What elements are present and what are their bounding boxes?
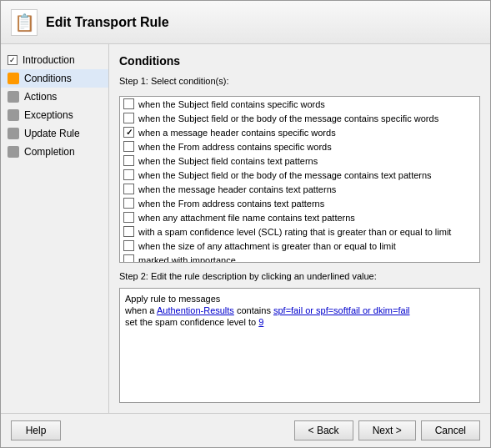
sidebar-item-introduction[interactable]: ✓Introduction [1, 51, 108, 69]
rule-line-1: Apply rule to messages [125, 294, 474, 304]
checkbox-c10[interactable] [123, 226, 134, 237]
sidebar-icon-conditions [8, 73, 19, 84]
app-icon [11, 9, 38, 36]
checkbox-c6[interactable] [123, 169, 134, 180]
checkbox-c2[interactable] [123, 113, 134, 123]
conditions-list[interactable]: when the Subject field contains specific… [119, 96, 480, 263]
checkbox-c12[interactable] [123, 254, 134, 263]
back-button[interactable]: < Back [294, 420, 353, 440]
checkbox-c3[interactable] [123, 127, 134, 138]
condition-item-c7[interactable]: when the message header contains text pa… [120, 182, 479, 196]
condition-label-c12: marked with importance [138, 255, 236, 264]
sidebar-label-update-rule: Update Rule [24, 128, 80, 139]
condition-label-c2: when the Subject field or the body of th… [138, 113, 438, 123]
condition-item-c1[interactable]: when the Subject field contains specific… [120, 97, 479, 111]
sidebar-label-exceptions: Exceptions [24, 109, 73, 121]
condition-item-c10[interactable]: with a spam confidence level (SCL) ratin… [120, 224, 479, 239]
checkbox-c4[interactable] [123, 141, 134, 152]
help-button[interactable]: Help [11, 420, 61, 440]
rule-line-2: when a Authention-Results contains spf=f… [125, 305, 474, 315]
condition-label-c8: when the From address contains text patt… [138, 199, 324, 209]
sidebar: ✓IntroductionConditionsActionsExceptions… [1, 44, 109, 413]
condition-item-c11[interactable]: when the size of any attachment is great… [120, 239, 479, 253]
checkbox-c8[interactable] [123, 198, 134, 209]
rule-description-box: Apply rule to messages when a Authention… [119, 288, 480, 403]
sidebar-item-update-rule[interactable]: Update Rule [1, 124, 108, 143]
checkbox-c7[interactable] [123, 184, 134, 194]
sidebar-label-conditions: Conditions [24, 73, 72, 84]
content-area: ✓IntroductionConditionsActionsExceptions… [1, 44, 490, 413]
checkbox-c5[interactable] [123, 155, 134, 166]
title-bar: Edit Transport Rule [1, 1, 490, 44]
step2-label: Step 2: Edit the rule description by cli… [119, 271, 480, 281]
condition-item-c3[interactable]: when a message header contains specific … [120, 125, 479, 139]
sidebar-item-completion[interactable]: Completion [1, 143, 108, 161]
condition-item-c4[interactable]: when the From address contains specific … [120, 139, 479, 154]
sidebar-icon-completion [8, 146, 19, 158]
condition-label-c3: when a message header contains specific … [138, 128, 336, 138]
sidebar-icon-actions [8, 91, 19, 103]
spf-condition-link[interactable]: spf=fail or spf=softfail or dkim=fail [273, 305, 410, 315]
next-button[interactable]: Next > [358, 420, 416, 440]
condition-label-c9: when any attachment file name contains t… [138, 213, 355, 223]
condition-label-c11: when the size of any attachment is great… [138, 241, 396, 251]
condition-item-c2[interactable]: when the Subject field or the body of th… [120, 111, 479, 125]
checkbox-c9[interactable] [123, 212, 134, 223]
sidebar-icon-introduction: ✓ [8, 55, 18, 65]
condition-item-c5[interactable]: when the Subject field contains text pat… [120, 154, 479, 168]
main-content: Conditions Step 1: Select condition(s): … [109, 44, 490, 413]
condition-label-c7: when the message header contains text pa… [138, 184, 336, 194]
condition-label-c1: when the Subject field contains specific… [138, 99, 325, 109]
step1-label: Step 1: Select condition(s): [119, 76, 480, 86]
window: Edit Transport Rule ✓IntroductionConditi… [0, 0, 491, 448]
sidebar-label-introduction: Introduction [23, 54, 75, 66]
checkbox-c11[interactable] [123, 240, 134, 251]
window-title: Edit Transport Rule [46, 15, 169, 30]
sidebar-item-actions[interactable]: Actions [1, 88, 108, 106]
condition-label-c6: when the Subject field or the body of th… [138, 170, 432, 180]
sidebar-label-completion: Completion [24, 146, 75, 158]
sidebar-label-actions: Actions [24, 91, 57, 103]
scl-value-link[interactable]: 9 [258, 317, 263, 327]
sidebar-item-conditions[interactable]: Conditions [1, 69, 108, 88]
condition-label-c5: when the Subject field contains text pat… [138, 156, 318, 166]
condition-label-c10: with a spam confidence level (SCL) ratin… [138, 227, 451, 237]
authention-results-link[interactable]: Authention-Results [157, 305, 234, 315]
sidebar-icon-update-rule [8, 128, 19, 139]
condition-item-c12[interactable]: marked with importance [120, 253, 479, 263]
sidebar-icon-exceptions [8, 109, 19, 121]
cancel-button[interactable]: Cancel [421, 420, 480, 440]
footer: Help < Back Next > Cancel [1, 413, 490, 447]
condition-label-c4: when the From address contains specific … [138, 142, 332, 152]
checkbox-c1[interactable] [123, 98, 134, 109]
section-title: Conditions [119, 54, 480, 68]
condition-item-c9[interactable]: when any attachment file name contains t… [120, 210, 479, 224]
sidebar-item-exceptions[interactable]: Exceptions [1, 106, 108, 124]
rule-line-3: set the spam confidence level to 9 [125, 317, 474, 327]
condition-item-c8[interactable]: when the From address contains text patt… [120, 196, 479, 210]
condition-item-c6[interactable]: when the Subject field or the body of th… [120, 168, 479, 182]
